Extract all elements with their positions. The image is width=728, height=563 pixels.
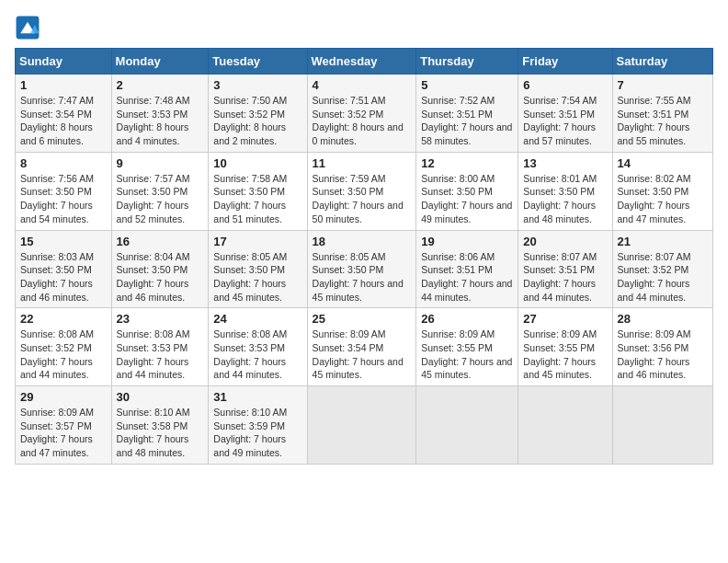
day-info: Sunrise: 7:48 AM Sunset: 3:53 PM Dayligh… [117, 94, 204, 148]
day-cell: 21 Sunrise: 8:07 AM Sunset: 3:52 PM Dayl… [612, 230, 712, 308]
col-header-saturday: Saturday [612, 49, 712, 75]
day-cell: 2 Sunrise: 7:48 AM Sunset: 3:53 PM Dayli… [111, 75, 209, 153]
day-cell: 22 Sunrise: 8:08 AM Sunset: 3:52 PM Dayl… [16, 308, 112, 386]
day-info: Sunrise: 8:07 AM Sunset: 3:51 PM Dayligh… [523, 250, 607, 304]
sunrise-label: Sunrise: 7:58 AM [213, 173, 287, 184]
day-number: 30 [117, 390, 204, 404]
sunrise-label: Sunrise: 8:07 AM [618, 251, 691, 262]
day-info: Sunrise: 8:10 AM Sunset: 3:58 PM Dayligh… [117, 406, 204, 460]
sunrise-label: Sunrise: 8:07 AM [523, 251, 597, 262]
sunset-label: Sunset: 3:54 PM [313, 342, 384, 353]
day-cell: 12 Sunrise: 8:00 AM Sunset: 3:50 PM Dayl… [416, 152, 518, 230]
col-header-tuesday: Tuesday [209, 49, 307, 75]
daylight-label: Daylight: 7 hours and 46 minutes. [117, 278, 189, 303]
week-row-1: 1 Sunrise: 7:47 AM Sunset: 3:54 PM Dayli… [16, 75, 713, 153]
daylight-label: Daylight: 7 hours and 45 minutes. [523, 356, 596, 381]
day-info: Sunrise: 8:02 AM Sunset: 3:50 PM Dayligh… [618, 172, 708, 226]
day-info: Sunrise: 8:09 AM Sunset: 3:55 PM Dayligh… [421, 327, 513, 382]
sunrise-label: Sunrise: 7:57 AM [117, 173, 190, 184]
day-cell: 23 Sunrise: 8:08 AM Sunset: 3:53 PM Dayl… [111, 308, 209, 386]
daylight-label: Daylight: 7 hours and 58 minutes. [421, 121, 512, 146]
day-number: 15 [20, 235, 107, 248]
sunrise-label: Sunrise: 8:06 AM [421, 251, 495, 262]
sunset-label: Sunset: 3:51 PM [421, 264, 493, 275]
sunset-label: Sunset: 3:50 PM [117, 186, 188, 197]
day-number: 25 [313, 312, 412, 326]
day-number: 6 [523, 78, 607, 92]
day-info: Sunrise: 7:52 AM Sunset: 3:51 PM Dayligh… [421, 94, 513, 148]
sunrise-label: Sunrise: 7:54 AM [523, 95, 597, 106]
day-number: 21 [618, 235, 708, 248]
day-info: Sunrise: 7:55 AM Sunset: 3:51 PM Dayligh… [618, 94, 708, 148]
day-number: 24 [213, 312, 301, 326]
week-row-2: 8 Sunrise: 7:56 AM Sunset: 3:50 PM Dayli… [16, 152, 713, 230]
day-cell: 3 Sunrise: 7:50 AM Sunset: 3:52 PM Dayli… [209, 75, 307, 153]
day-cell: 13 Sunrise: 8:01 AM Sunset: 3:50 PM Dayl… [518, 152, 612, 230]
week-row-3: 15 Sunrise: 8:03 AM Sunset: 3:50 PM Dayl… [16, 230, 713, 308]
day-cell: 16 Sunrise: 8:04 AM Sunset: 3:50 PM Dayl… [111, 230, 209, 308]
day-cell: 11 Sunrise: 7:59 AM Sunset: 3:50 PM Dayl… [307, 152, 416, 230]
day-info: Sunrise: 8:08 AM Sunset: 3:53 PM Dayligh… [117, 327, 204, 382]
day-info: Sunrise: 7:54 AM Sunset: 3:51 PM Dayligh… [523, 94, 607, 148]
day-number: 22 [20, 312, 107, 326]
daylight-label: Daylight: 7 hours and 45 minutes. [313, 278, 404, 303]
day-number: 5 [421, 78, 513, 92]
day-cell [612, 386, 712, 465]
day-cell: 17 Sunrise: 8:05 AM Sunset: 3:50 PM Dayl… [209, 230, 307, 308]
col-header-thursday: Thursday [416, 49, 518, 75]
sunrise-label: Sunrise: 8:09 AM [523, 328, 597, 339]
sunrise-label: Sunrise: 8:00 AM [421, 173, 495, 184]
day-cell: 29 Sunrise: 8:09 AM Sunset: 3:57 PM Dayl… [16, 386, 112, 465]
header [15, 15, 713, 40]
day-info: Sunrise: 8:08 AM Sunset: 3:53 PM Dayligh… [213, 327, 301, 382]
daylight-label: Daylight: 7 hours and 44 minutes. [618, 278, 690, 303]
day-cell: 7 Sunrise: 7:55 AM Sunset: 3:51 PM Dayli… [612, 75, 712, 153]
day-info: Sunrise: 8:05 AM Sunset: 3:50 PM Dayligh… [313, 250, 412, 304]
day-info: Sunrise: 8:09 AM Sunset: 3:56 PM Dayligh… [618, 327, 708, 382]
sunrise-label: Sunrise: 7:51 AM [313, 95, 386, 106]
day-number: 8 [20, 156, 107, 170]
day-info: Sunrise: 8:07 AM Sunset: 3:52 PM Dayligh… [618, 250, 708, 304]
day-number: 2 [117, 78, 204, 92]
day-number: 28 [618, 312, 708, 326]
day-number: 26 [421, 312, 513, 326]
sunrise-label: Sunrise: 7:59 AM [313, 173, 386, 184]
day-number: 20 [523, 235, 607, 248]
col-header-wednesday: Wednesday [307, 49, 416, 75]
day-cell: 18 Sunrise: 8:05 AM Sunset: 3:50 PM Dayl… [307, 230, 416, 308]
daylight-label: Daylight: 7 hours and 48 minutes. [117, 433, 189, 458]
calendar-table: SundayMondayTuesdayWednesdayThursdayFrid… [15, 48, 713, 465]
daylight-label: Daylight: 7 hours and 44 minutes. [20, 356, 93, 381]
day-info: Sunrise: 8:04 AM Sunset: 3:50 PM Dayligh… [117, 250, 204, 304]
sunrise-label: Sunrise: 8:01 AM [523, 173, 597, 184]
logo-icon [15, 15, 40, 40]
day-cell: 14 Sunrise: 8:02 AM Sunset: 3:50 PM Dayl… [612, 152, 712, 230]
daylight-label: Daylight: 7 hours and 44 minutes. [523, 278, 596, 303]
sunrise-label: Sunrise: 7:55 AM [618, 95, 691, 106]
daylight-label: Daylight: 7 hours and 47 minutes. [618, 200, 690, 224]
day-number: 4 [313, 78, 412, 92]
day-number: 11 [313, 156, 412, 170]
sunset-label: Sunset: 3:50 PM [213, 264, 285, 275]
day-number: 10 [213, 156, 301, 170]
sunset-label: Sunset: 3:53 PM [117, 342, 188, 353]
sunset-label: Sunset: 3:56 PM [618, 342, 689, 353]
sunrise-label: Sunrise: 7:47 AM [20, 95, 94, 106]
week-row-5: 29 Sunrise: 8:09 AM Sunset: 3:57 PM Dayl… [16, 386, 713, 465]
daylight-label: Daylight: 7 hours and 44 minutes. [117, 356, 189, 381]
day-info: Sunrise: 8:09 AM Sunset: 3:55 PM Dayligh… [523, 327, 607, 382]
day-number: 12 [421, 156, 513, 170]
day-info: Sunrise: 7:56 AM Sunset: 3:50 PM Dayligh… [20, 172, 107, 226]
day-info: Sunrise: 8:06 AM Sunset: 3:51 PM Dayligh… [421, 250, 513, 304]
day-cell: 30 Sunrise: 8:10 AM Sunset: 3:58 PM Dayl… [111, 386, 209, 465]
day-number: 18 [313, 235, 412, 248]
daylight-label: Daylight: 7 hours and 49 minutes. [213, 433, 286, 458]
sunrise-label: Sunrise: 8:03 AM [20, 251, 94, 262]
col-header-sunday: Sunday [16, 49, 112, 75]
daylight-label: Daylight: 7 hours and 44 minutes. [213, 356, 286, 381]
day-cell: 25 Sunrise: 8:09 AM Sunset: 3:54 PM Dayl… [307, 308, 416, 386]
day-number: 19 [421, 235, 513, 248]
sunset-label: Sunset: 3:50 PM [20, 186, 92, 197]
sunset-label: Sunset: 3:58 PM [117, 420, 188, 431]
sunrise-label: Sunrise: 8:10 AM [213, 407, 287, 418]
